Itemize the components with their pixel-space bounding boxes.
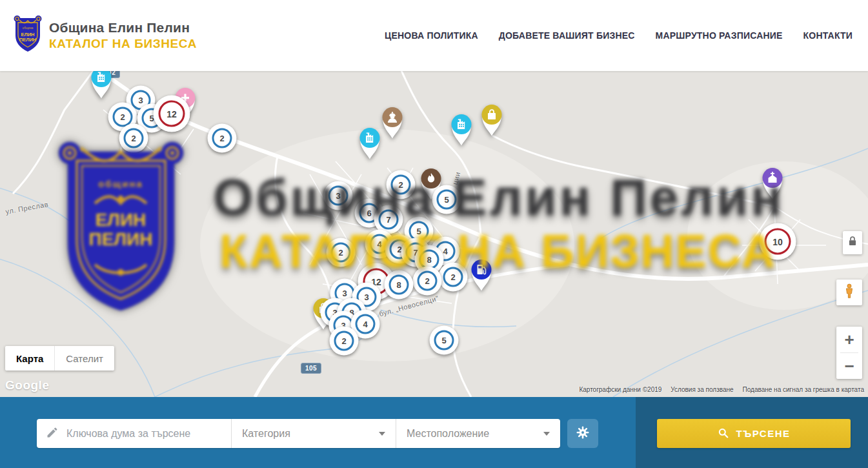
cluster-marker[interactable]: 2: [208, 124, 237, 153]
cluster-marker[interactable]: 2: [119, 124, 148, 153]
zoom-in-button[interactable]: +: [836, 327, 862, 352]
nav-item-add-business[interactable]: ДОБАВЕТЕ ВАШИЯТ БИЗНЕС: [499, 30, 635, 41]
google-logo[interactable]: Google: [5, 378, 49, 392]
keyword-section: [37, 419, 231, 448]
chevron-down-icon: [543, 432, 550, 436]
cluster-count: 2: [120, 112, 125, 122]
svg-text:община: община: [23, 26, 34, 30]
lock-icon: [845, 234, 860, 251]
zoom-out-button[interactable]: −: [836, 353, 862, 379]
attribution-report-error-link[interactable]: Подаване на сигнал за грешка в картата: [743, 386, 864, 393]
cluster-marker[interactable]: 5: [432, 185, 461, 214]
site-logo[interactable]: община ЕЛИН ПЕЛИН Община Елин Пелин КАТА…: [13, 15, 197, 56]
attribution-terms-link[interactable]: Условия за ползване: [671, 386, 733, 393]
site-title-line2: КАТАЛОГ НА БИЗНЕСА: [49, 37, 197, 51]
lock-button[interactable]: [843, 231, 862, 254]
cluster-count: 2: [341, 336, 346, 346]
site-title: Община Елин Пелин КАТАЛОГ НА БИЗНЕСА: [49, 20, 197, 51]
pin-marker-church[interactable]: [758, 165, 787, 203]
site-title-line1: Община Елин Пелин: [49, 20, 197, 36]
search-button[interactable]: ТЪРСЕНЕ: [657, 419, 851, 448]
cluster-count: 5: [444, 195, 449, 205]
search-icon: [717, 427, 729, 441]
gear-icon: [575, 425, 590, 442]
cluster-count: 6: [367, 209, 371, 218]
cluster-marker[interactable]: 2: [330, 327, 359, 356]
cluster-marker[interactable]: 2: [413, 267, 442, 296]
category-select[interactable]: Категория: [232, 419, 396, 448]
cluster-marker[interactable]: 2: [327, 238, 356, 267]
cluster-marker[interactable]: 3: [324, 181, 353, 210]
map-type-map-button[interactable]: Карта: [5, 346, 54, 371]
cluster-count: 2: [450, 272, 455, 282]
municipality-crest-icon: община ЕЛИН ПЕЛИН: [13, 15, 43, 56]
nav-item-contacts[interactable]: КОНТАКТИ: [803, 30, 853, 41]
google-map[interactable]: 6002105ул. Преславбул. „Новоселци”ции 32…: [0, 71, 868, 397]
cluster-count: 4: [363, 320, 367, 329]
header: община ЕЛИН ПЕЛИН Община Елин Пелин КАТА…: [0, 0, 868, 71]
nav-item-pricing[interactable]: ЦЕНОВА ПОЛИТИКА: [385, 30, 478, 41]
cluster-marker[interactable]: 2: [439, 263, 468, 292]
cluster-count: 7: [386, 215, 390, 225]
search-filters: Категория Местоположение: [37, 419, 560, 448]
map-attribution: Картографски данни ©2019 Условия за полз…: [579, 386, 864, 393]
search-button-label: ТЪРСЕНЕ: [736, 428, 790, 439]
zoom-control: + −: [836, 327, 862, 379]
cluster-count: 2: [131, 134, 136, 143]
attribution-copyright: Картографски данни ©2019: [579, 386, 661, 393]
location-select-label: Местоположение: [407, 428, 489, 440]
category-select-label: Категория: [242, 428, 290, 440]
pin-marker-worker[interactable]: [378, 104, 407, 143]
cluster-count: 10: [772, 236, 783, 247]
street-view-pegman-button[interactable]: [836, 280, 862, 305]
cluster-marker[interactable]: 2: [387, 170, 416, 199]
cluster-count: 8: [396, 280, 401, 290]
cluster-count: 3: [364, 292, 368, 302]
chevron-down-icon: [379, 432, 385, 436]
pencil-icon: [46, 426, 59, 442]
cluster-marker[interactable]: 5: [430, 326, 459, 355]
location-select[interactable]: Местоположение: [396, 419, 560, 448]
cluster-count: 2: [425, 276, 429, 286]
svg-text:ПЕЛИН: ПЕЛИН: [19, 37, 36, 43]
cluster-count: 8: [427, 255, 431, 265]
cluster-count: 5: [416, 227, 421, 236]
pin-marker-factory[interactable]: [87, 71, 116, 103]
pin-marker-fuel-pump[interactable]: [467, 256, 496, 295]
map-type-satellite-button[interactable]: Сателит: [54, 346, 114, 371]
nav-item-route-schedule[interactable]: МАРШРУТНО РАЗПИСАНИЕ: [656, 30, 783, 41]
cluster-count: 12: [167, 108, 177, 119]
cluster-count: 5: [441, 336, 446, 345]
search-bar: Категория Местоположение: [0, 397, 868, 468]
cluster-count: 4: [443, 247, 447, 256]
keyword-search-input[interactable]: [66, 428, 223, 440]
cluster-count: 3: [138, 96, 143, 105]
cluster-count: 3: [336, 191, 340, 201]
cluster-marker[interactable]: 12: [154, 96, 190, 132]
cluster-count: 2: [219, 134, 224, 143]
cluster-count: 2: [338, 248, 343, 258]
cluster-marker[interactable]: 10: [760, 223, 796, 260]
pin-marker-shopping-bag[interactable]: [478, 101, 506, 140]
map-type-control: Карта Сателит: [5, 346, 114, 371]
pin-marker-factory[interactable]: [447, 111, 476, 150]
markers-layer: 3251222235675427428221283338342510: [0, 71, 868, 397]
cluster-count: 4: [377, 239, 381, 249]
cluster-marker[interactable]: 8: [385, 270, 414, 300]
main-nav: ЦЕНОВА ПОЛИТИКА ДОБАВЕТЕ ВАШИЯТ БИЗНЕС М…: [385, 30, 853, 41]
cluster-count: 2: [398, 180, 403, 190]
advanced-settings-button[interactable]: [567, 419, 598, 448]
pegman-icon: [841, 283, 858, 302]
cluster-count: 3: [342, 289, 347, 298]
